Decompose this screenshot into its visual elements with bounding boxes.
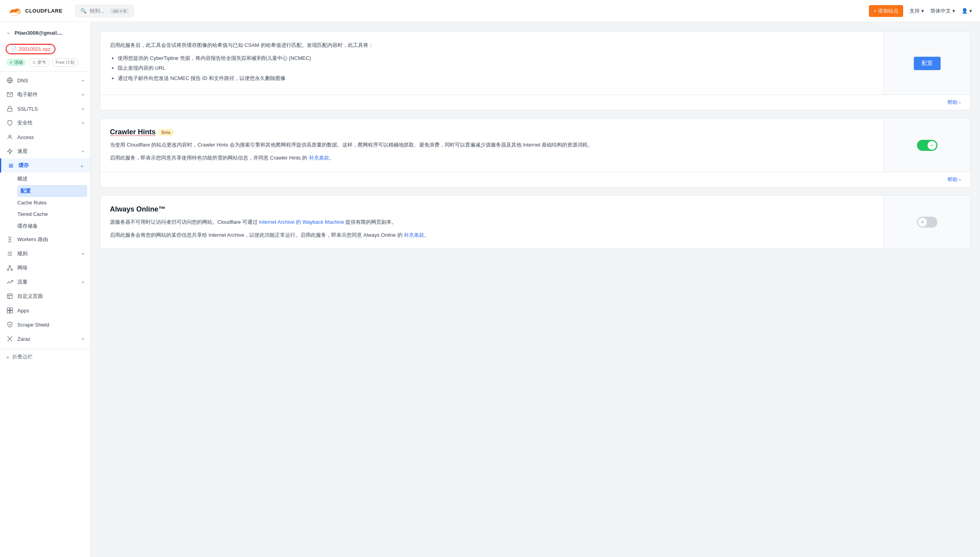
- csam-card-footer: 帮助 ›: [100, 95, 970, 110]
- status-badges: ✓ 活动 ☆ 星号 Free 计划: [0, 58, 90, 70]
- user-menu[interactable]: 👤 ▾: [961, 8, 972, 14]
- scrape-icon: [6, 321, 13, 328]
- support-chevron-icon: ▾: [921, 8, 924, 14]
- zaraz-chevron-icon: ▾: [82, 337, 84, 341]
- navbar-right: + 添加站点 支持 ▾ 简体中文 ▾ 👤 ▾: [869, 5, 972, 17]
- security-label: 安全性: [17, 119, 33, 126]
- csam-card-body: 启用此服务后，此工具会尝试将所缓存图像的哈希值与已知 CSAM 的哈希值进行匹配…: [100, 32, 970, 95]
- crawler-hints-note-suffix: 。: [329, 155, 334, 161]
- sidebar-item-speed[interactable]: 速度 ▾: [0, 144, 90, 158]
- always-online-terms-link[interactable]: 补充条款: [404, 232, 424, 238]
- email-icon: [6, 91, 13, 98]
- sidebar-item-access[interactable]: Access: [0, 130, 90, 144]
- svg-rect-8: [7, 108, 12, 111]
- security-icon: [6, 119, 13, 126]
- svg-point-14: [9, 265, 11, 267]
- access-icon: [6, 134, 13, 141]
- sidebar-item-apps[interactable]: Apps: [0, 303, 90, 317]
- sidebar-item-email[interactable]: 电子邮件 ▾: [0, 87, 90, 102]
- sidebar-item-custom[interactable]: 自定义页面: [0, 289, 90, 303]
- global-search[interactable]: 🔍 转到... ctrl + K: [75, 5, 134, 17]
- csam-help-link[interactable]: 帮助 ›: [947, 99, 961, 106]
- sidebar-item-zaraz[interactable]: Zaraz ▾: [0, 332, 90, 346]
- crawler-hints-title-text: Crawler Hints: [110, 128, 156, 136]
- always-online-desc-prefix: 源服务器不可用时让访问者仍可访问您的网站。Cloudflare 可通过: [110, 219, 259, 225]
- rules-icon: [6, 250, 13, 257]
- sidebar-item-traffic[interactable]: 流量 ▾: [0, 275, 90, 289]
- add-site-button[interactable]: + 添加站点: [869, 5, 903, 17]
- cache-icon: [7, 162, 15, 169]
- sidebar-item-scrape[interactable]: Scrape Shield: [0, 317, 90, 332]
- workers-label: Workers 路由: [17, 236, 48, 243]
- apps-icon: [6, 307, 13, 314]
- domain-section: 📄 20010501.xyz: [0, 42, 90, 58]
- cache-sub-config[interactable]: 配置: [17, 185, 87, 197]
- support-label: 支持: [909, 7, 920, 15]
- crawler-hints-toggle-container: ✓: [917, 140, 937, 151]
- cache-sub-overview[interactable]: 概述: [17, 173, 90, 185]
- always-online-note-prefix: 启用此服务会将您的网站的某些信息共享给 Internet Archive，以使此…: [110, 232, 404, 238]
- sidebar-item-workers[interactable]: Workers 路由: [0, 232, 90, 247]
- traffic-label: 流量: [17, 278, 28, 286]
- always-online-card: Always Online™ 源服务器不可用时让访问者仍可访问您的网站。Clou…: [100, 195, 971, 249]
- search-placeholder: 转到...: [90, 7, 104, 15]
- network-label: 网络: [17, 264, 28, 271]
- sidebar-item-ssl[interactable]: SSL/TLS ▾: [0, 102, 90, 116]
- collapse-sidebar-button[interactable]: « 折叠边栏: [0, 349, 90, 364]
- collapse-icon: «: [6, 354, 9, 360]
- always-online-toggle[interactable]: ✕: [917, 217, 937, 228]
- dns-icon: [6, 77, 13, 84]
- free-plan-badge: Free 计划: [52, 58, 78, 67]
- domain-pill[interactable]: 📄 20010501.xyz: [6, 45, 55, 54]
- crawler-hints-toggle[interactable]: ✓: [917, 140, 937, 151]
- ssl-chevron-icon: ▾: [82, 107, 84, 111]
- network-icon: [6, 264, 13, 271]
- domain-icon: 📄: [11, 46, 17, 52]
- speed-label: 速度: [17, 148, 28, 155]
- sidebar-item-network[interactable]: 网络: [0, 261, 90, 275]
- svg-rect-21: [10, 308, 13, 310]
- always-online-desc-suffix: 提供有限的网页副本。: [344, 219, 397, 225]
- csam-list: 使用您提供的 CyberTipline 凭据，将内容报告给全国失踪和被剥削儿童中…: [118, 54, 874, 82]
- always-online-card-left: Always Online™ 源服务器不可用时让访问者仍可访问您的网站。Clou…: [100, 196, 883, 249]
- lang-chevron-icon: ▾: [952, 8, 955, 14]
- sidebar-item-dns[interactable]: DNS ▾: [0, 73, 90, 87]
- crawler-hints-note-prefix: 启用此服务，即表示您同意共享使用特色功能所需的网站信息，并同意 Crawler …: [110, 155, 309, 161]
- speed-icon: [6, 148, 13, 155]
- sidebar-item-security[interactable]: 安全性 ▾: [0, 116, 90, 130]
- sidebar-item-cache[interactable]: 缓存 ▲: [0, 158, 90, 173]
- svg-point-4: [17, 10, 21, 14]
- star-badge[interactable]: ☆ 星号: [28, 58, 50, 67]
- ssl-label: SSL/TLS: [17, 106, 38, 112]
- cache-sub-rules[interactable]: Cache Rules: [17, 197, 90, 208]
- svg-line-18: [10, 267, 12, 269]
- crawler-hints-help-link[interactable]: 帮助 ›: [947, 176, 961, 183]
- traffic-icon: [6, 278, 13, 286]
- svg-rect-20: [7, 308, 9, 310]
- internet-archive-link[interactable]: Internet Archive 的 Wayback Machine: [259, 219, 344, 225]
- crawler-hints-terms-link[interactable]: 补充条款: [309, 155, 329, 161]
- sidebar-item-rules[interactable]: 规则 ▾: [0, 247, 90, 261]
- support-menu[interactable]: 支持 ▾: [909, 7, 924, 15]
- crawler-hints-description: 当使用 Cloudflare 的站点更改内容时，Crawler Hints 会为…: [110, 141, 874, 149]
- cloudflare-logo[interactable]: CLOUDFLARE: [8, 4, 63, 18]
- search-shortcut: ctrl + K: [110, 8, 129, 14]
- ssl-icon: [6, 105, 13, 112]
- account-label: Ptian3008@gmail....: [15, 30, 63, 36]
- zaraz-label: Zaraz: [17, 336, 30, 342]
- dns-chevron-icon: ▾: [82, 78, 84, 83]
- cache-sub-tiered[interactable]: Tiered Cache: [17, 208, 90, 220]
- always-online-card-body: Always Online™ 源服务器不可用时让访问者仍可访问您的网站。Clou…: [100, 196, 970, 249]
- crawler-hints-card-footer: 帮助 ›: [100, 172, 970, 187]
- workers-icon: [6, 236, 13, 243]
- csam-description: 启用此服务后，此工具会尝试将所缓存图像的哈希值与已知 CSAM 的哈希值进行匹配…: [110, 41, 874, 50]
- csam-config-button[interactable]: 配置: [914, 57, 941, 70]
- language-menu[interactable]: 简体中文 ▾: [930, 7, 955, 15]
- crawler-hints-beta-badge: Beta: [159, 129, 173, 136]
- always-online-toggle-container: ✕: [917, 217, 937, 228]
- cache-sub-reserve[interactable]: 缓存储备: [17, 220, 90, 232]
- account-selector[interactable]: ← Ptian3008@gmail....: [0, 27, 90, 42]
- user-icon: 👤: [961, 8, 968, 14]
- svg-point-10: [9, 239, 11, 240]
- crawler-hints-card: Crawler Hints Beta 当使用 Cloudflare 的站点更改内…: [100, 118, 971, 188]
